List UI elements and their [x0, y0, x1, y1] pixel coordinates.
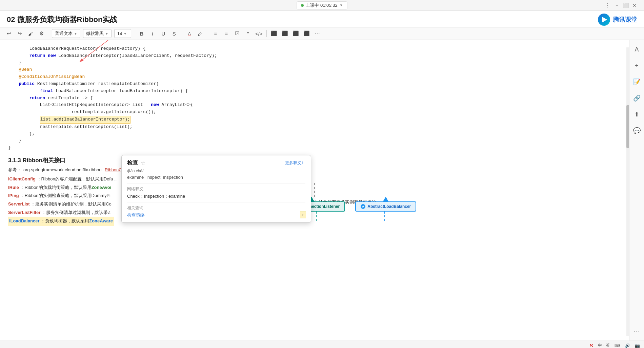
diagram-node-3: A AbstractLoadBalancer: [355, 201, 416, 212]
page-title: 02 微服务负载均衡器Ribbon实战: [7, 15, 117, 25]
bold-btn[interactable]: B: [137, 29, 146, 38]
tooltip-syn-examine[interactable]: examine: [127, 175, 144, 180]
sidebar-plus-btn[interactable]: +: [631, 60, 642, 71]
editor-area[interactable]: LoadBalancerRequestFactory requestFactor…: [0, 40, 629, 231]
font-type-arrow: ▼: [74, 32, 77, 36]
tooltip-divider-2: [127, 202, 305, 202]
right-sidebar: A + 📝 🔗 ⬆ 💬 ⋯: [629, 40, 644, 341]
align-left-btn[interactable]: ⬛: [269, 29, 279, 38]
strikethrough-btn[interactable]: S: [169, 29, 179, 38]
ol-btn[interactable]: ≡: [222, 29, 231, 38]
bottom-item-sound[interactable]: 🔊: [625, 343, 630, 348]
ul-btn[interactable]: ≡: [211, 29, 220, 38]
tooltip-popup: 检查 ☆ 更多释义》 /jiǎn chá/ examine inspect in…: [121, 155, 311, 223]
svg-line-1: [83, 40, 140, 60]
tooltip-syn-inspection[interactable]: inspection: [163, 175, 183, 180]
sidebar-share-btn[interactable]: 🔗: [631, 93, 642, 104]
more-options-btn[interactable]: ⋮: [605, 3, 611, 8]
status-bar[interactable]: 上课中 01:05:32 ▼: [297, 1, 347, 9]
iface-name-1: IClientConfig: [8, 176, 36, 181]
diagram-node-3-col: A AbstractLoadBalancer: [355, 197, 416, 212]
indent-btn[interactable]: ⬛: [302, 29, 311, 38]
scroll-indicator[interactable]: [626, 47, 629, 336]
scroll-thumb[interactable]: [626, 105, 629, 148]
tooltip-star-btn[interactable]: ☆: [141, 160, 145, 166]
status-text: 上课中 01:05:32: [306, 2, 337, 8]
code-line-15: }: [8, 137, 621, 145]
sep3: [182, 30, 182, 37]
tooltip-related-label: 相关查询: [127, 205, 305, 211]
status-dropdown-icon[interactable]: ▼: [340, 3, 343, 7]
logo-play-icon: [602, 17, 607, 22]
bottom-s-icon: S: [590, 343, 593, 348]
tooltip-more-btn[interactable]: 更多释义》: [285, 160, 305, 166]
dashed-line-3: [384, 212, 385, 221]
font-family-arrow: ▼: [105, 32, 108, 36]
font-family-label: 微软雅黑: [86, 30, 104, 37]
tooltip-syn-inspect[interactable]: inspect: [146, 175, 160, 180]
toolbar: ↩ ↪ 🖌 ⚙ 普通文本 ▼ 微软雅黑 ▼ 14 ▼ B I U S A 🖊 ≡…: [0, 27, 644, 40]
bottom-item-ime[interactable]: 中 · 英: [598, 343, 610, 348]
sidebar-more-btn[interactable]: ⋯: [631, 326, 642, 336]
sidebar-notes-btn[interactable]: 📝: [631, 77, 642, 87]
tooltip-query-result: r: [300, 212, 306, 218]
align-center-btn[interactable]: ⬛: [280, 29, 290, 38]
underline-btn[interactable]: U: [159, 29, 168, 38]
tooltip-phonetic: /jiǎn chá/: [127, 169, 305, 173]
format-btn[interactable]: ⚙: [37, 29, 46, 38]
window-controls: ⋮ － ⬜ ✕: [605, 3, 637, 8]
font-type-dropdown[interactable]: 普通文本 ▼: [52, 29, 80, 38]
quote-btn[interactable]: ": [243, 29, 253, 38]
font-size-dropdown[interactable]: 14 ▼: [114, 29, 131, 38]
code-line-16: }: [8, 145, 621, 152]
bottom-item-camera[interactable]: 📷: [635, 343, 640, 348]
sidebar-upload-btn[interactable]: ⬆: [631, 109, 642, 120]
logo-text: 腾讯课堂: [613, 16, 637, 24]
redo-btn[interactable]: ↪: [15, 29, 24, 38]
code-line-11: restTemplate.getInterceptors());: [8, 109, 621, 116]
align-right-btn[interactable]: ⬛: [291, 29, 301, 38]
iface-desc-1: ：Ribbon的客户端配置，默认采用Defa: [37, 176, 113, 181]
more-format-btn[interactable]: ⋯: [313, 29, 322, 38]
bottom-dot-sep: ·: [603, 343, 604, 348]
editor-wrapper: LoadBalancerRequestFactory requestFactor…: [0, 40, 629, 341]
code-line-9: return restTemplate -> {: [8, 95, 621, 102]
code-block: LoadBalancerRequestFactory requestFactor…: [8, 45, 621, 152]
sidebar-font-btn[interactable]: A: [631, 44, 642, 55]
diagram-dashed-line-top: [314, 183, 315, 197]
close-btn[interactable]: ✕: [632, 3, 637, 8]
tooltip-related-link[interactable]: 检查策略: [127, 213, 145, 218]
undo-btn[interactable]: ↩: [4, 29, 14, 38]
tooltip-network-label: 网络释义: [127, 186, 305, 192]
bottom-ime-en: 英: [606, 343, 610, 348]
dashed-line-2: [316, 212, 317, 221]
code-line-7: public RestTemplateCustomizer restTempla…: [8, 81, 621, 88]
ref-url: org.springframework.cloud.netflix.ribbon…: [23, 167, 103, 172]
sep1: [49, 30, 49, 37]
code-line-12: list.add(loadBalancerInterceptor);: [8, 116, 621, 124]
node-3-icon: A: [361, 204, 365, 209]
section-title: 3.1.3 Ribbon相关接口: [8, 156, 621, 164]
font-type-label: 普通文本: [55, 30, 73, 37]
sidebar-comment-btn[interactable]: 💬: [631, 125, 642, 136]
bottom-item-keyboard[interactable]: ⌨: [615, 343, 620, 348]
checkbox-btn[interactable]: ☑: [233, 29, 242, 38]
iface-overflow-1: ...: [114, 177, 118, 181]
paint-btn[interactable]: 🖌: [26, 29, 35, 38]
ref-line: 参考： org.springframework.cloud.netflix.ri…: [8, 167, 621, 173]
tooltip-synonyms: examine inspect inspection: [127, 175, 305, 180]
bottom-ime-text: 中: [598, 343, 602, 348]
bottom-item-s: S: [590, 343, 593, 348]
sep2: [134, 30, 134, 37]
font-family-dropdown[interactable]: 微软雅黑 ▼: [83, 29, 112, 38]
code-btn[interactable]: </>: [254, 29, 264, 38]
italic-btn[interactable]: I: [148, 29, 157, 38]
bottom-bar: S 中 · 英 ⌨ 🔊 📷: [0, 341, 644, 348]
minimize-btn[interactable]: －: [614, 3, 620, 8]
code-line-8: final LoadBalancerInterceptor loadBalanc…: [8, 88, 621, 95]
main-content: LoadBalancerRequestFactory requestFactor…: [0, 40, 644, 341]
font-size-label: 14: [117, 31, 122, 36]
font-color-btn[interactable]: A: [185, 29, 194, 38]
highlight-btn[interactable]: 🖊: [196, 29, 205, 38]
maximize-btn[interactable]: ⬜: [623, 3, 628, 8]
